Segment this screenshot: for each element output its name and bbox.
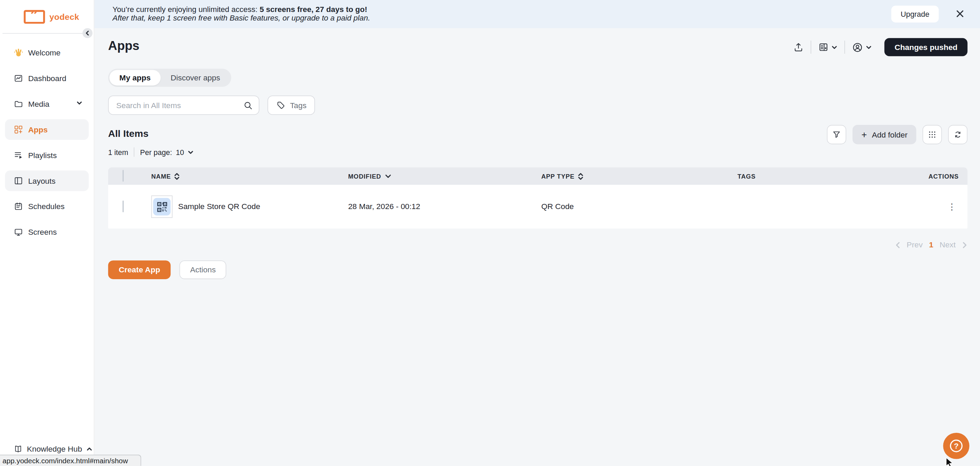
divider [134,147,135,157]
sidebar-nav: Welcome Dashboard Media [5,43,89,247]
footer-buttons: Create App Actions [108,260,226,279]
pagination: Prev 1 Next [895,241,967,249]
per-page-value: 10 [176,148,184,157]
tags-button[interactable]: Tags [267,95,315,115]
actions-button[interactable]: Actions [180,260,226,279]
upload-icon[interactable] [786,42,811,52]
chevron-down-icon [865,44,872,50]
question-mark-icon: ? [949,438,964,453]
trial-banner-text: You’re currently enjoying unlimited acce… [113,5,370,22]
search-box [108,95,259,115]
tag-icon [276,101,286,110]
column-header-name[interactable]: NAME [151,173,348,180]
prev-button[interactable]: Prev [907,241,923,249]
apps-tabs: My apps Discover apps [108,69,231,87]
table-row[interactable]: Sample Store QR Code 28 Mar, 2026 - 00:1… [108,185,968,228]
main-content: Apps Changes pushed My apps Discover app… [94,28,980,466]
view-options-menu[interactable] [811,42,845,52]
columns-icon [818,42,829,52]
sidebar-item-label: Welcome [28,48,60,57]
grid-dots-icon [928,130,937,139]
status-url: app.yodeck.com/index.html#main/show [2,457,128,464]
sidebar-item-label: Dashboard [28,74,67,83]
add-folder-button[interactable]: + Add folder [853,125,916,144]
account-menu[interactable] [845,41,879,53]
header-actions: Changes pushed [786,38,968,56]
search-row: Tags [108,95,315,115]
apps-table: NAME MODIFIED APP TYPE [108,167,968,228]
help-button[interactable]: ? [943,433,969,459]
sidebar-item-media[interactable]: Media [5,94,89,114]
sidebar-item-label: Media [28,100,49,108]
sidebar-item-schedules[interactable]: Schedules [5,196,89,217]
tab-discover-apps[interactable]: Discover apps [161,70,230,86]
apps-grid-icon [14,125,23,134]
waving-hand-icon [14,48,23,57]
refresh-icon [953,130,963,139]
column-header-modified[interactable]: MODIFIED [348,173,541,180]
calendar-icon [14,202,23,211]
book-icon [14,445,22,454]
search-input[interactable] [109,101,234,110]
column-header-app-type[interactable]: APP TYPE [541,173,738,180]
changes-pushed-button[interactable]: Changes pushed [885,38,967,56]
list-title: All Items [108,128,149,139]
sidebar-item-playlists[interactable]: Playlists [5,145,89,165]
next-button[interactable]: Next [940,241,956,249]
app-name-cell[interactable]: Sample Store QR Code [151,195,348,218]
search-icon[interactable] [243,101,253,111]
chevron-right-icon[interactable] [962,241,967,248]
close-icon[interactable] [956,10,964,17]
knowledge-hub-button[interactable]: Knowledge Hub [14,445,92,454]
sidebar-item-label: Apps [28,125,48,134]
sidebar-item-layouts[interactable]: Layouts [5,170,89,191]
browser-status-bar: app.yodeck.com/index.html#main/show [0,455,142,466]
sidebar-collapse-button[interactable] [83,28,92,38]
item-count: 1 item [108,148,129,157]
tab-my-apps[interactable]: My apps [109,70,161,86]
filter-button[interactable] [827,125,846,144]
sort-icon [578,173,584,180]
sidebar-item-label: Schedules [28,202,65,211]
chevron-left-icon[interactable] [895,241,900,248]
dashboard-icon [14,74,23,83]
monitor-icon [14,227,23,236]
grid-view-button[interactable] [923,125,942,144]
sidebar-divider [2,33,89,34]
brand-name: yodeck [49,12,79,22]
per-page-select[interactable]: Per page: 10 [140,148,194,157]
sidebar-item-apps[interactable]: Apps [5,119,89,140]
funnel-icon [832,130,841,139]
sidebar-item-screens[interactable]: Screens [5,222,89,242]
chevron-up-icon [86,446,92,452]
page-title: Apps [108,39,139,53]
kebab-menu-icon[interactable]: ⋮ [947,202,956,211]
yodeck-logo[interactable]: ” yodeck [24,10,79,24]
upgrade-button[interactable]: Upgrade [891,5,939,22]
row-checkbox[interactable] [123,200,124,212]
sidebar: ” yodeck [0,0,94,466]
column-header-actions: ACTIONS [921,173,959,180]
refresh-button[interactable] [948,125,968,144]
sidebar-item-label: Layouts [28,176,56,185]
sidebar-item-welcome[interactable]: Welcome [5,43,89,63]
app-thumbnail [151,195,173,218]
folder-icon [14,99,23,108]
create-app-button[interactable]: Create App [108,260,171,279]
app-type-cell: QR Code [541,202,738,211]
tags-label: Tags [290,101,307,110]
modified-cell: 28 Mar, 2026 - 00:12 [348,202,541,211]
list-controls: + Add folder [827,125,967,144]
layouts-icon [14,176,23,185]
chevron-down-icon [831,44,838,50]
sidebar-item-label: Playlists [28,151,57,160]
list-meta: 1 item Per page: 10 [108,147,194,157]
svg-text:?: ? [954,441,959,450]
qr-code-icon [156,201,168,213]
select-all-checkbox[interactable] [123,170,124,182]
current-page[interactable]: 1 [929,241,934,249]
app-name: Sample Store QR Code [178,202,260,211]
row-actions-menu[interactable]: ⋮ [921,202,959,211]
sidebar-item-dashboard[interactable]: Dashboard [5,68,89,89]
plus-icon: + [862,129,867,140]
